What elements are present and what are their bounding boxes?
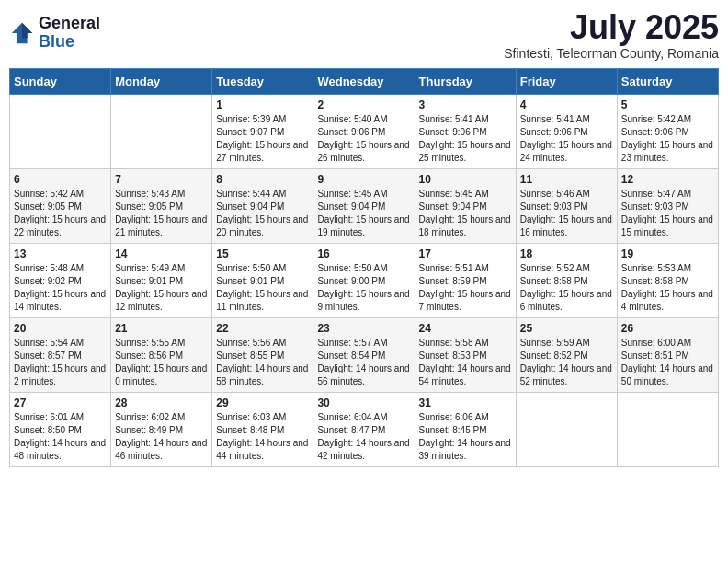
calendar-cell: 14Sunrise: 5:49 AM Sunset: 9:01 PM Dayli… [111,243,212,317]
calendar-cell: 28Sunrise: 6:02 AM Sunset: 8:49 PM Dayli… [111,392,212,466]
day-info: Sunrise: 5:47 AM Sunset: 9:03 PM Dayligh… [621,188,714,239]
header-row: Sunday Monday Tuesday Wednesday Thursday… [10,68,719,94]
title-area: July 2025 Sfintesti, Teleorman County, R… [504,9,719,61]
day-info: Sunrise: 5:53 AM Sunset: 8:58 PM Dayligh… [621,262,714,314]
calendar-cell: 10Sunrise: 5:45 AM Sunset: 9:04 PM Dayli… [415,168,516,243]
day-number: 13 [14,247,107,260]
day-info: Sunrise: 6:06 AM Sunset: 8:45 PM Dayligh… [419,411,512,463]
calendar-cell: 23Sunrise: 5:57 AM Sunset: 8:54 PM Dayli… [313,317,415,392]
day-number: 2 [317,98,410,111]
day-info: Sunrise: 5:54 AM Sunset: 8:57 PM Dayligh… [14,337,107,388]
col-sunday: Sunday [10,68,111,94]
day-info: Sunrise: 5:42 AM Sunset: 9:05 PM Dayligh… [14,188,107,239]
col-friday: Friday [516,68,617,94]
calendar-cell: 19Sunrise: 5:53 AM Sunset: 8:58 PM Dayli… [617,243,718,317]
day-info: Sunrise: 6:04 AM Sunset: 8:47 PM Dayligh… [317,411,410,463]
calendar-cell: 20Sunrise: 5:54 AM Sunset: 8:57 PM Dayli… [10,317,111,392]
calendar-cell: 24Sunrise: 5:58 AM Sunset: 8:53 PM Dayli… [415,317,516,392]
month-year-title: July 2025 [504,9,719,46]
day-info: Sunrise: 5:44 AM Sunset: 9:04 PM Dayligh… [216,188,309,239]
calendar-cell: 6Sunrise: 5:42 AM Sunset: 9:05 PM Daylig… [10,168,111,243]
day-info: Sunrise: 5:46 AM Sunset: 9:03 PM Dayligh… [520,188,613,239]
day-info: Sunrise: 5:58 AM Sunset: 8:53 PM Dayligh… [419,337,512,388]
day-info: Sunrise: 5:55 AM Sunset: 8:56 PM Dayligh… [115,337,208,388]
col-wednesday: Wednesday [313,68,415,94]
day-number: 15 [216,247,309,260]
day-info: Sunrise: 5:56 AM Sunset: 8:55 PM Dayligh… [216,337,309,388]
day-info: Sunrise: 6:01 AM Sunset: 8:50 PM Dayligh… [14,411,107,463]
day-info: Sunrise: 6:03 AM Sunset: 8:48 PM Dayligh… [216,411,309,463]
day-info: Sunrise: 5:40 AM Sunset: 9:06 PM Dayligh… [317,113,410,165]
day-info: Sunrise: 5:48 AM Sunset: 9:02 PM Dayligh… [14,262,107,314]
calendar-cell: 7Sunrise: 5:43 AM Sunset: 9:05 PM Daylig… [111,168,212,243]
day-number: 30 [317,396,410,409]
calendar-cell: 16Sunrise: 5:50 AM Sunset: 9:00 PM Dayli… [313,243,415,317]
calendar-cell: 27Sunrise: 6:01 AM Sunset: 8:50 PM Dayli… [10,392,111,466]
calendar-cell: 1Sunrise: 5:39 AM Sunset: 9:07 PM Daylig… [212,94,313,168]
svg-marker-1 [22,23,32,39]
location-subtitle: Sfintesti, Teleorman County, Romania [504,46,719,61]
calendar-week-row: 1Sunrise: 5:39 AM Sunset: 9:07 PM Daylig… [10,94,719,168]
day-info: Sunrise: 5:42 AM Sunset: 9:06 PM Dayligh… [621,113,714,165]
day-number: 3 [419,98,512,111]
calendar-cell [617,392,718,466]
col-thursday: Thursday [415,68,516,94]
day-number: 23 [317,322,410,335]
calendar-cell: 11Sunrise: 5:46 AM Sunset: 9:03 PM Dayli… [516,168,617,243]
day-info: Sunrise: 5:59 AM Sunset: 8:52 PM Dayligh… [520,337,613,388]
col-tuesday: Tuesday [212,68,313,94]
calendar-table: Sunday Monday Tuesday Wednesday Thursday… [9,68,719,467]
day-number: 8 [216,173,309,186]
day-number: 17 [419,247,512,260]
day-info: Sunrise: 5:50 AM Sunset: 9:00 PM Dayligh… [317,262,410,314]
day-number: 14 [115,247,208,260]
calendar-cell: 26Sunrise: 6:00 AM Sunset: 8:51 PM Dayli… [617,317,718,392]
calendar-cell: 22Sunrise: 5:56 AM Sunset: 8:55 PM Dayli… [212,317,313,392]
calendar-cell: 5Sunrise: 5:42 AM Sunset: 9:06 PM Daylig… [617,94,718,168]
calendar-cell: 17Sunrise: 5:51 AM Sunset: 8:59 PM Dayli… [415,243,516,317]
day-number: 25 [520,322,613,335]
day-number: 4 [520,98,613,111]
calendar-cell: 3Sunrise: 5:41 AM Sunset: 9:06 PM Daylig… [415,94,516,168]
day-number: 6 [14,173,107,186]
day-info: Sunrise: 6:00 AM Sunset: 8:51 PM Dayligh… [621,337,714,388]
day-info: Sunrise: 5:49 AM Sunset: 9:01 PM Dayligh… [115,262,208,314]
day-info: Sunrise: 5:51 AM Sunset: 8:59 PM Dayligh… [419,262,512,314]
calendar-cell: 15Sunrise: 5:50 AM Sunset: 9:01 PM Dayli… [212,243,313,317]
calendar-cell: 31Sunrise: 6:06 AM Sunset: 8:45 PM Dayli… [415,392,516,466]
day-number: 22 [216,322,309,335]
day-info: Sunrise: 5:50 AM Sunset: 9:01 PM Dayligh… [216,262,309,314]
calendar-cell: 2Sunrise: 5:40 AM Sunset: 9:06 PM Daylig… [313,94,415,168]
day-info: Sunrise: 5:43 AM Sunset: 9:05 PM Dayligh… [115,188,208,239]
calendar-cell: 29Sunrise: 6:03 AM Sunset: 8:48 PM Dayli… [212,392,313,466]
day-number: 26 [621,322,714,335]
day-info: Sunrise: 5:39 AM Sunset: 9:07 PM Dayligh… [216,113,309,165]
logo-blue-text: Blue [39,33,100,52]
logo-general-text: General [39,15,100,33]
day-number: 24 [419,322,512,335]
day-number: 20 [14,322,107,335]
calendar-week-row: 27Sunrise: 6:01 AM Sunset: 8:50 PM Dayli… [10,392,719,466]
calendar-week-row: 20Sunrise: 5:54 AM Sunset: 8:57 PM Dayli… [10,317,719,392]
calendar-cell [10,94,111,168]
day-number: 1 [216,98,309,111]
day-number: 5 [621,98,714,111]
day-number: 16 [317,247,410,260]
calendar-week-row: 13Sunrise: 5:48 AM Sunset: 9:02 PM Dayli… [10,243,719,317]
day-info: Sunrise: 5:57 AM Sunset: 8:54 PM Dayligh… [317,337,410,388]
day-number: 7 [115,173,208,186]
calendar-cell: 4Sunrise: 5:41 AM Sunset: 9:06 PM Daylig… [516,94,617,168]
day-number: 28 [115,396,208,409]
day-number: 12 [621,173,714,186]
calendar-cell: 30Sunrise: 6:04 AM Sunset: 8:47 PM Dayli… [313,392,415,466]
logo: General Blue [9,15,100,52]
day-number: 10 [419,173,512,186]
day-number: 18 [520,247,613,260]
day-number: 31 [419,396,512,409]
day-number: 21 [115,322,208,335]
day-number: 19 [621,247,714,260]
calendar-cell: 21Sunrise: 5:55 AM Sunset: 8:56 PM Dayli… [111,317,212,392]
day-info: Sunrise: 5:41 AM Sunset: 9:06 PM Dayligh… [520,113,613,165]
logo-icon [9,20,35,46]
day-info: Sunrise: 5:45 AM Sunset: 9:04 PM Dayligh… [419,188,512,239]
